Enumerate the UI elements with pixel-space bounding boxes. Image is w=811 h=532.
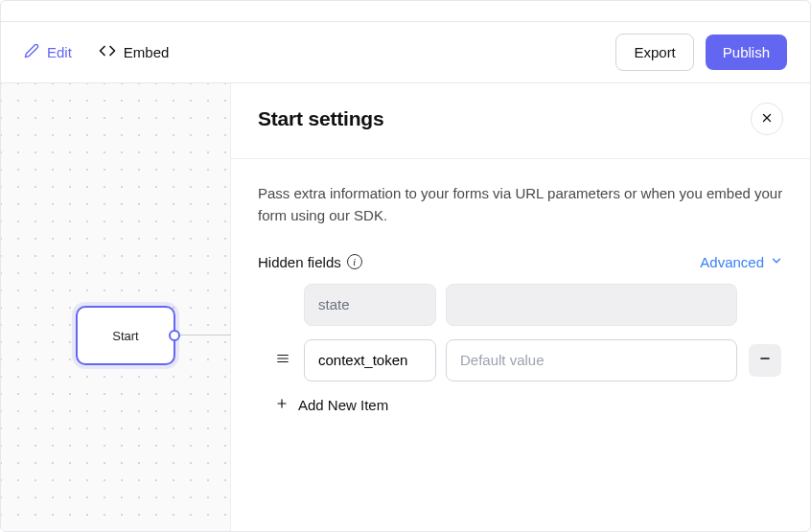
embed-tab[interactable]: Embed	[99, 42, 170, 62]
hidden-field-row	[258, 284, 783, 326]
main: Start Start settings Pass extra informat…	[1, 83, 810, 532]
panel-body: Pass extra information to your forms via…	[231, 159, 810, 437]
remove-field-button[interactable]	[749, 344, 781, 377]
topbar-spacer	[1, 1, 810, 22]
start-node-label: Start	[112, 329, 138, 343]
chevron-down-icon	[770, 254, 783, 270]
toolbar-right: Export Publish	[615, 34, 787, 71]
panel-description: Pass extra information to your forms via…	[258, 182, 783, 227]
info-icon[interactable]: i	[347, 254, 362, 269]
pencil-icon	[24, 43, 39, 61]
edit-tab[interactable]: Edit	[24, 43, 72, 61]
hidden-fields-label: Hidden fields	[258, 254, 341, 270]
node-output-port[interactable]	[169, 330, 180, 341]
flow-canvas[interactable]: Start	[1, 83, 231, 532]
hidden-field-row	[258, 339, 783, 382]
toolbar: Edit Embed Export Publish	[1, 22, 810, 83]
field-value-input[interactable]	[446, 339, 737, 382]
node-connector	[175, 335, 231, 335]
embed-label: Embed	[124, 44, 170, 60]
code-icon	[99, 42, 116, 62]
panel-header: Start settings	[231, 83, 810, 159]
start-node[interactable]: Start	[76, 306, 175, 365]
hidden-fields-label-group: Hidden fields i	[258, 254, 362, 270]
settings-panel: Start settings Pass extra information to…	[231, 83, 810, 532]
edit-label: Edit	[47, 44, 72, 60]
advanced-toggle[interactable]: Advanced	[700, 254, 783, 270]
plus-icon	[275, 397, 289, 414]
add-item-button[interactable]: Add New Item	[258, 397, 783, 414]
hidden-fields-header: Hidden fields i Advanced	[258, 254, 783, 270]
minus-icon	[758, 350, 772, 370]
field-value-input	[446, 284, 737, 326]
field-name-input[interactable]	[304, 339, 436, 382]
toolbar-left: Edit Embed	[24, 42, 169, 62]
close-icon	[760, 111, 774, 127]
field-name-input	[304, 284, 436, 326]
panel-title: Start settings	[258, 107, 383, 130]
publish-button[interactable]: Publish	[706, 35, 787, 70]
add-item-label: Add New Item	[298, 397, 388, 413]
drag-handle-icon[interactable]	[275, 352, 290, 369]
advanced-label: Advanced	[700, 254, 764, 270]
export-button[interactable]: Export	[615, 34, 693, 71]
close-button[interactable]	[751, 103, 783, 135]
